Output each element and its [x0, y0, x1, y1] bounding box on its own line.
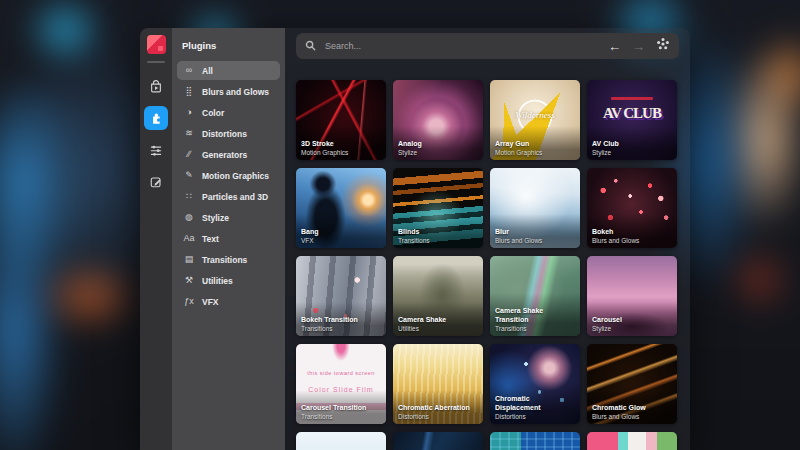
category-list: ∞ All ⣿ Blurs and Glows ◑ Color ≋ Distor…: [172, 60, 285, 312]
plugin-category: Blurs and Glows: [592, 237, 672, 244]
sidebar-item-vfx[interactable]: ƒx VFX: [177, 292, 280, 311]
plugin-category: Stylize: [398, 149, 478, 156]
plugin-card[interactable]: [587, 432, 677, 450]
plugin-card-carousel-transition[interactable]: Color Slide Filmthis side toward screen …: [296, 344, 386, 424]
plugin-card-camera-shake-transition[interactable]: Camera Shake Transition Transitions: [490, 256, 580, 336]
page-title: Plugins: [172, 28, 285, 60]
plugin-name: Carousel Transition: [301, 404, 381, 412]
plugin-card-label: Array Gun Motion Graphics: [490, 126, 580, 160]
plugin-card-label: Bokeh Transition Transitions: [296, 302, 386, 336]
category-label: VFX: [202, 297, 219, 307]
plugin-card-label: Chromatic Aberration Distortions: [393, 390, 483, 424]
plugin-category: Stylize: [592, 149, 672, 156]
search-bar: ← →: [296, 33, 679, 59]
plugin-card-bang[interactable]: Bang VFX: [296, 168, 386, 248]
plugin-name: 3D Stroke: [301, 140, 381, 148]
sidebar-item-text[interactable]: Aa Text: [177, 229, 280, 248]
plugin-card-label: Bokeh Blurs and Glows: [587, 214, 677, 248]
category-icon: ◍: [183, 213, 195, 222]
category-icon: ∕∕: [183, 150, 195, 159]
plugin-card-label: AV Club Stylize: [587, 126, 677, 160]
category-label: Color: [202, 108, 224, 118]
plugin-card-av-club[interactable]: AV CLUB AV Club Stylize: [587, 80, 677, 160]
plugin-grid: 3D Stroke Motion Graphics Analog Stylize…: [296, 80, 677, 450]
plugin-name: Bokeh: [592, 228, 672, 236]
plugin-card-label: Bang VFX: [296, 214, 386, 248]
category-icon: ≋: [183, 129, 195, 138]
plugin-card-analog[interactable]: Analog Stylize: [393, 80, 483, 160]
category-label: Text: [202, 234, 219, 244]
store-bag-icon: [148, 78, 164, 94]
plugin-card-chromatic-glow[interactable]: Chromatic Glow Blurs and Glows: [587, 344, 677, 424]
plugin-card-camera-shake[interactable]: Camera Shake Utilities: [393, 256, 483, 336]
sidebar-item-generators[interactable]: ∕∕ Generators: [177, 145, 280, 164]
sidebar-item-motion-graphics[interactable]: ✎ Motion Graphics: [177, 166, 280, 185]
category-label: Utilities: [202, 276, 233, 286]
category-icon: ∞: [183, 66, 195, 75]
plugin-card[interactable]: [490, 432, 580, 450]
plugin-name: Chromatic Displacement: [495, 395, 575, 412]
category-icon: ƒx: [183, 297, 195, 306]
aperture-icon[interactable]: [654, 37, 670, 55]
plugin-name: Bang: [301, 228, 381, 236]
plugin-name: Analog: [398, 140, 478, 148]
plugin-card-label: Blur Blurs and Glows: [490, 214, 580, 248]
plugin-card-3d-stroke[interactable]: 3D Stroke Motion Graphics: [296, 80, 386, 160]
plugin-card-carousel[interactable]: Carousel Stylize: [587, 256, 677, 336]
plugin-card-blur[interactable]: Blur Blurs and Glows: [490, 168, 580, 248]
plugin-card-label: 3D Stroke Motion Graphics: [296, 126, 386, 160]
plugin-category: Motion Graphics: [495, 149, 575, 156]
category-label: Particles and 3D: [202, 192, 268, 202]
category-icon: Aa: [183, 234, 195, 243]
sidebar-item-color[interactable]: ◑ Color: [177, 103, 280, 122]
compose-pencil-icon: [148, 174, 164, 190]
category-label: Generators: [202, 150, 247, 160]
plugin-card-label: Chromatic Glow Blurs and Glows: [587, 390, 677, 424]
sidebar-item-transitions[interactable]: ▤ Transitions: [177, 250, 280, 269]
search-input[interactable]: [323, 40, 599, 52]
compose-button[interactable]: [144, 170, 168, 194]
sidebar-item-blurs-and-glows[interactable]: ⣿ Blurs and Glows: [177, 82, 280, 101]
plugin-card-array-gun[interactable]: Wilderness Array Gun Motion Graphics: [490, 80, 580, 160]
back-arrow-button[interactable]: ←: [606, 40, 623, 53]
plugin-card-bokeh[interactable]: Bokeh Blurs and Glows: [587, 168, 677, 248]
sidebar-item-distortions[interactable]: ≋ Distortions: [177, 124, 280, 143]
category-panel: Plugins ∞ All ⣿ Blurs and Glows ◑ Color …: [172, 28, 285, 450]
category-icon: ◑: [183, 108, 195, 117]
plugins-button[interactable]: [144, 106, 168, 130]
plugin-category: Distortions: [495, 413, 575, 420]
plugin-name: Array Gun: [495, 140, 575, 148]
plugin-category: Transitions: [301, 413, 381, 420]
plugin-card-bokeh-transition[interactable]: Bokeh Transition Transitions: [296, 256, 386, 336]
plugin-browser: ← → 3D Stroke Motion Graphics Analog Sty…: [285, 28, 690, 450]
plugin-card-chromatic-aberration[interactable]: Chromatic Aberration Distortions: [393, 344, 483, 424]
category-label: All: [202, 66, 213, 76]
forward-arrow-button[interactable]: →: [630, 40, 647, 53]
plugin-card-label: Blinds Transitions: [393, 214, 483, 248]
plugin-card-blinds[interactable]: Blinds Transitions: [393, 168, 483, 248]
plugin-category: Transitions: [301, 325, 381, 332]
preferences-button[interactable]: [144, 138, 168, 162]
plugin-category: Stylize: [592, 325, 672, 332]
sidebar-item-all[interactable]: ∞ All: [177, 61, 280, 80]
plugin-category: Motion Graphics: [301, 149, 381, 156]
plugin-name: Blur: [495, 228, 575, 236]
plugin-card[interactable]: [296, 432, 386, 450]
plugin-card-chromatic-displacement[interactable]: Chromatic Displacement Distortions: [490, 344, 580, 424]
plugin-name: Camera Shake Transition: [495, 307, 575, 324]
category-icon: ∷: [183, 192, 195, 201]
plugin-name: AV Club: [592, 140, 672, 148]
search-icon: [305, 37, 316, 55]
plugin-card-label: Carousel Transition Transitions: [296, 390, 386, 424]
plugin-category: Distortions: [398, 413, 478, 420]
plugin-card[interactable]: [393, 432, 483, 450]
sidebar-item-particles-and-3d[interactable]: ∷ Particles and 3D: [177, 187, 280, 206]
plugin-category: Transitions: [398, 237, 478, 244]
sidebar-item-utilities[interactable]: ⚒ Utilities: [177, 271, 280, 290]
plugin-category: Blurs and Glows: [592, 413, 672, 420]
sidebar-item-stylize[interactable]: ◍ Stylize: [177, 208, 280, 227]
plugin-category: Blurs and Glows: [495, 237, 575, 244]
plugin-card-label: Camera Shake Transition Transitions: [490, 293, 580, 336]
plugin-card-label: Carousel Stylize: [587, 302, 677, 336]
store-button[interactable]: [144, 74, 168, 98]
